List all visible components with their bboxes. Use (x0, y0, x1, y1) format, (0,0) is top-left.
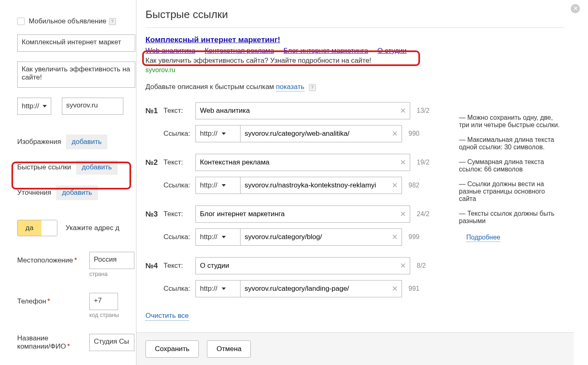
link-label: Ссылка: (163, 130, 195, 138)
mobile-ad-checkbox[interactable] (17, 18, 25, 25)
annotation-highlight-quicklinks (11, 162, 131, 189)
link-1-text-counter: 13/2 (417, 107, 429, 114)
dialog-footer: Сохранить Отмена (136, 332, 574, 365)
phone-label: Телефон* (17, 297, 89, 306)
link-2-url-counter: 982 (409, 182, 420, 189)
link-4-url-counter: 991 (409, 285, 420, 292)
phone-sublabel: код страны (89, 312, 137, 318)
desc-hint-text: Добавьте описания к быстрым ссылкам (145, 83, 276, 91)
description-value: Как увеличить эффективность на сайте! (22, 65, 130, 81)
domain-input[interactable]: syvorov.ru (62, 98, 123, 115)
link-row-4-text: №4 Текст: ✕ 8/2 (145, 257, 565, 275)
images-label: Изображения (17, 138, 61, 146)
phone-code-value: +7 (94, 297, 102, 304)
link-4-url-input[interactable] (241, 280, 402, 297)
link-3-url-input[interactable] (241, 228, 402, 246)
link-4-proto-select[interactable]: http:// (195, 280, 241, 297)
info-item-3: Суммарная длина текста ссылок: 66 символ… (459, 158, 561, 173)
phone-code-input[interactable]: +7 (89, 293, 118, 310)
url-row: http:// syvorov.ru (17, 98, 137, 115)
location-label: Местоположение* (17, 256, 89, 265)
link-1-proto-select[interactable]: http:// (195, 125, 241, 142)
save-button[interactable]: Сохранить (145, 340, 199, 358)
help-icon[interactable]: ? (109, 18, 116, 25)
link-1-url-counter: 990 (409, 130, 420, 137)
headline-input[interactable]: Комплексный интернет маркет (17, 34, 135, 52)
link-2-proto-select[interactable]: http:// (195, 177, 241, 194)
link-number-2: №2 (145, 158, 163, 167)
link-3-proto-select[interactable]: http:// (195, 228, 241, 246)
cancel-button[interactable]: Отмена (207, 340, 251, 358)
link-4-text-input[interactable] (195, 257, 410, 274)
toggle-hint: Укажите адрес д (66, 224, 119, 232)
link-2-text-counter: 19/2 (417, 159, 429, 166)
show-descriptions-link[interactable]: показать (276, 83, 304, 91)
info-item-5: Тексты ссылок должны быть разными (459, 210, 561, 225)
description-hint-row: Добавьте описания к быстрым ссылкам пока… (145, 83, 565, 91)
link-2-url-input[interactable] (241, 177, 402, 194)
clear-icon[interactable]: ✕ (400, 106, 406, 115)
company-input[interactable]: Студия Сы (89, 334, 134, 351)
clear-all-link[interactable]: Очистить все (145, 312, 189, 320)
domain-value: syvorov.ru (66, 101, 98, 109)
protocol-value: http:// (22, 102, 39, 110)
link-4-text-counter: 8/2 (417, 262, 426, 269)
clear-icon[interactable]: ✕ (392, 284, 398, 293)
link-3-url-counter: 999 (409, 233, 420, 241)
chevron-down-icon (222, 132, 226, 135)
link-number-1: №1 (145, 107, 163, 115)
chevron-down-icon (43, 105, 47, 107)
more-info-link[interactable]: Подробнее (466, 234, 500, 241)
link-row-4-url: Ссылка: http:// ✕ 991 (145, 280, 565, 298)
divider (145, 27, 565, 28)
protocol-select[interactable]: http:// (17, 98, 51, 115)
description-input[interactable]: Как увеличить эффективность на сайте! (17, 62, 135, 88)
info-item-1: Можно сохранить одну, две, три или четыр… (459, 114, 561, 129)
address-toggle[interactable]: да (17, 220, 57, 236)
clear-icon[interactable]: ✕ (400, 210, 406, 219)
chevron-down-icon (222, 184, 226, 187)
link-number-4: №4 (145, 262, 163, 270)
company-label: Название компании/ФИО* (17, 334, 89, 351)
ad-display-url: syvorov.ru (145, 66, 565, 74)
help-icon[interactable]: ? (309, 84, 316, 91)
close-icon[interactable]: ✕ (571, 4, 580, 13)
clear-icon[interactable]: ✕ (400, 158, 406, 167)
images-add-button[interactable]: добавить (66, 135, 107, 149)
annotation-highlight-sitelinks (142, 50, 420, 66)
link-2-text-input[interactable] (195, 154, 410, 171)
company-value: Студия Сы (94, 338, 129, 345)
dialog-title: Быстрые ссылки (145, 8, 565, 21)
clarifications-label: Уточнения (17, 189, 51, 197)
ad-title-link[interactable]: Комплексный интернет маркетинг! (145, 35, 280, 44)
text-label: Текст: (163, 107, 195, 115)
link-1-url-input[interactable] (241, 125, 402, 142)
link-3-text-counter: 24/2 (417, 210, 429, 218)
location-sublabel: страна (89, 271, 137, 277)
info-item-4: Ссылки должны вести на разные страницы о… (459, 180, 561, 203)
location-value: Россия (94, 256, 117, 263)
clear-icon[interactable]: ✕ (400, 261, 406, 270)
clear-icon[interactable]: ✕ (392, 129, 398, 138)
clear-icon[interactable]: ✕ (392, 181, 398, 190)
chevron-down-icon (222, 236, 226, 238)
mobile-ad-label: Мобильное объявление (29, 17, 107, 25)
headline-value: Комплексный интернет маркет (22, 38, 121, 46)
toggle-yes-label: да (25, 224, 33, 232)
mobile-ad-row: Мобильное объявление ? (17, 17, 137, 25)
clear-icon[interactable]: ✕ (392, 233, 398, 242)
link-3-text-input[interactable] (195, 205, 410, 223)
info-item-2: Максимальная длина текста одной ссылки: … (459, 136, 561, 151)
link-number-3: №3 (145, 210, 163, 219)
images-row: Изображения добавить (17, 135, 137, 149)
info-panel: Можно сохранить одну, две, три или четыр… (459, 114, 561, 241)
location-input[interactable]: Россия (89, 252, 134, 269)
chevron-down-icon (222, 287, 226, 290)
link-1-text-input[interactable] (195, 102, 410, 119)
